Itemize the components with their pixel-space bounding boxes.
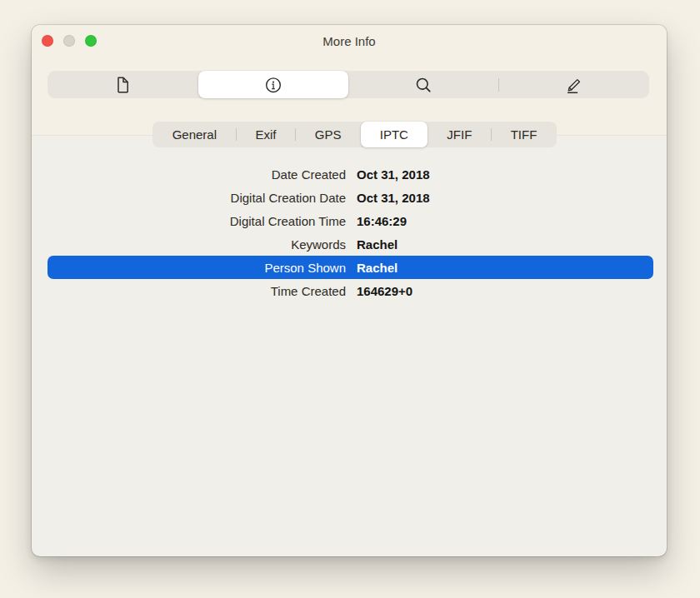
toolbar-segment-document[interactable] — [48, 71, 198, 98]
row-value: Rachel — [357, 237, 653, 252]
info-icon — [263, 75, 283, 95]
info-row-keywords[interactable]: Keywords Rachel — [48, 232, 653, 256]
metadata-tab-bar: General Exif GPS IPTC JFIF TIFF — [152, 122, 557, 147]
toolbar-segmented-control — [48, 71, 649, 98]
row-value: Oct 31, 2018 — [357, 191, 653, 205]
tab-general[interactable]: General — [153, 122, 236, 147]
row-value: Oct 31, 2018 — [357, 167, 653, 182]
row-label: Keywords — [48, 237, 346, 252]
titlebar[interactable]: More Info — [32, 25, 667, 57]
window-title: More Info — [32, 34, 667, 48]
row-label: Date Created — [48, 167, 346, 182]
toolbar-segment-search[interactable] — [349, 71, 499, 98]
row-label: Digital Creation Time — [48, 214, 346, 228]
info-row-digital-creation-time[interactable]: Digital Creation Time 16:46:29 — [48, 209, 653, 232]
tab-exif[interactable]: Exif — [237, 122, 295, 147]
row-value: 164629+0 — [357, 284, 653, 298]
search-icon — [413, 75, 433, 95]
toolbar-segment-info[interactable] — [198, 71, 348, 98]
row-label: Digital Creation Date — [48, 191, 346, 205]
row-label: Person Shown — [48, 261, 346, 275]
row-label: Time Created — [48, 284, 346, 298]
more-info-window: More Info — [32, 25, 667, 556]
iptc-info-list: Date Created Oct 31, 2018 Digital Creati… — [48, 162, 653, 302]
info-row-date-created[interactable]: Date Created Oct 31, 2018 — [48, 162, 653, 186]
annotate-pencil-icon — [564, 75, 584, 95]
tab-gps[interactable]: GPS — [296, 122, 360, 147]
window-header: More Info — [32, 25, 667, 136]
document-icon — [112, 75, 132, 95]
tab-iptc[interactable]: IPTC — [361, 122, 428, 147]
info-row-time-created[interactable]: Time Created 164629+0 — [48, 279, 653, 302]
info-row-digital-creation-date[interactable]: Digital Creation Date Oct 31, 2018 — [48, 186, 653, 209]
row-value: 16:46:29 — [357, 214, 653, 228]
info-row-person-shown[interactable]: Person Shown Rachel — [48, 256, 653, 279]
tab-tiff[interactable]: TIFF — [492, 122, 556, 147]
tab-jfif[interactable]: JFIF — [428, 122, 491, 147]
toolbar-segment-annotate[interactable] — [499, 71, 649, 98]
row-value: Rachel — [357, 261, 653, 275]
